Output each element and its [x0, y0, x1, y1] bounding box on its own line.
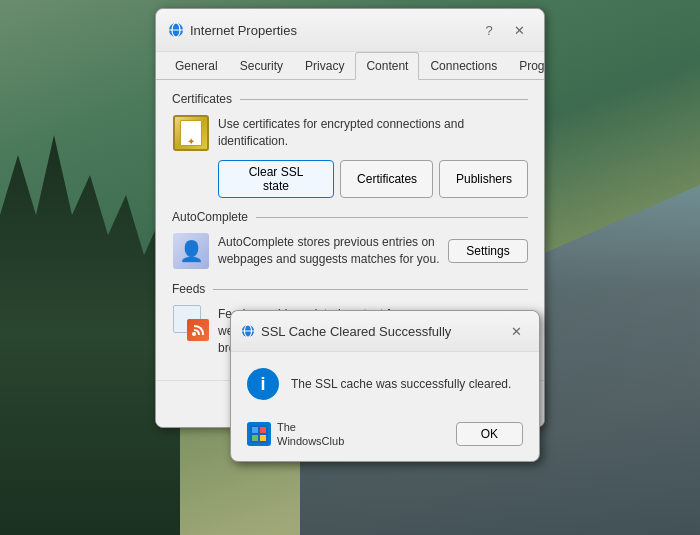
- dialog-titlebar: Internet Properties ? ✕: [156, 9, 544, 52]
- feeds-icon-visual: [173, 305, 209, 341]
- ssl-dialog-title: SSL Cache Cleared Successfully: [261, 324, 451, 339]
- ssl-footer: TheWindowsClub OK: [231, 412, 539, 461]
- internet-explorer-icon: [168, 22, 184, 38]
- svg-rect-11: [260, 435, 266, 441]
- svg-rect-10: [252, 435, 258, 441]
- clear-ssl-button[interactable]: Clear SSL state: [218, 160, 334, 198]
- tab-content[interactable]: Content: [355, 52, 419, 80]
- svg-point-3: [192, 332, 196, 336]
- tab-privacy[interactable]: Privacy: [294, 52, 355, 80]
- certificates-button[interactable]: Certificates: [340, 160, 433, 198]
- certificates-body: Use certificates for encrypted connectio…: [172, 114, 528, 152]
- ssl-dialog-icon: [241, 324, 255, 338]
- feeds-title: Feeds: [172, 282, 205, 296]
- feeds-divider: [213, 289, 528, 290]
- tab-connections[interactable]: Connections: [419, 52, 508, 80]
- feeds-header: Feeds: [172, 282, 528, 296]
- feeds-icon: [172, 304, 210, 342]
- autocomplete-settings-button[interactable]: Settings: [448, 239, 528, 263]
- ssl-content: i The SSL cache was successfully cleared…: [231, 352, 539, 412]
- ssl-titlebar-left: SSL Cache Cleared Successfully: [241, 324, 451, 339]
- autocomplete-icon-visual: 👤: [173, 233, 209, 269]
- titlebar-left: Internet Properties: [168, 22, 297, 38]
- autocomplete-header: AutoComplete: [172, 210, 528, 224]
- autocomplete-settings-container: Settings: [448, 239, 528, 263]
- certificates-title: Certificates: [172, 92, 232, 106]
- ssl-footer-left: TheWindowsClub: [247, 420, 344, 449]
- help-button[interactable]: ?: [476, 17, 502, 43]
- info-icon: i: [247, 368, 279, 400]
- ssl-cache-dialog: SSL Cache Cleared Successfully ✕ i The S…: [230, 310, 540, 462]
- ssl-close-button[interactable]: ✕: [503, 318, 529, 344]
- windowsclub-logo-icon: [250, 425, 268, 443]
- trees-background: [0, 135, 180, 535]
- autocomplete-left: 👤 AutoComplete stores previous entries o…: [172, 232, 440, 270]
- feeds-rss-icon: [187, 319, 209, 341]
- ssl-message: The SSL cache was successfully cleared.: [291, 377, 511, 391]
- publishers-button[interactable]: Publishers: [439, 160, 528, 198]
- cert-icon-visual: [173, 115, 209, 151]
- autocomplete-description: AutoComplete stores previous entries on …: [218, 232, 440, 268]
- svg-rect-9: [260, 427, 266, 433]
- autocomplete-body: 👤 AutoComplete stores previous entries o…: [172, 232, 528, 270]
- tabs-bar: General Security Privacy Content Connect…: [156, 52, 544, 80]
- certificates-divider: [240, 99, 528, 100]
- autocomplete-icon: 👤: [172, 232, 210, 270]
- certificates-header: Certificates: [172, 92, 528, 106]
- tab-general[interactable]: General: [164, 52, 229, 80]
- svg-rect-8: [252, 427, 258, 433]
- autocomplete-title: AutoComplete: [172, 210, 248, 224]
- tab-programs[interactable]: Programs: [508, 52, 545, 80]
- tab-security[interactable]: Security: [229, 52, 294, 80]
- autocomplete-divider: [256, 217, 528, 218]
- autocomplete-section: AutoComplete 👤 AutoComplete stores previ…: [172, 210, 528, 270]
- ssl-ok-button[interactable]: OK: [456, 422, 523, 446]
- windowsclub-text: TheWindowsClub: [277, 420, 344, 449]
- dialog-title: Internet Properties: [190, 23, 297, 38]
- certificates-section: Certificates Use certificates for encryp…: [172, 92, 528, 198]
- certificate-icon: [172, 114, 210, 152]
- windowsclub-logo: [247, 422, 271, 446]
- titlebar-buttons: ? ✕: [476, 17, 532, 43]
- certificates-buttons: Clear SSL state Certificates Publishers: [218, 160, 528, 198]
- ssl-titlebar: SSL Cache Cleared Successfully ✕: [231, 311, 539, 352]
- autocomplete-person-icon: 👤: [179, 239, 204, 263]
- certificates-description: Use certificates for encrypted connectio…: [218, 114, 528, 150]
- close-button[interactable]: ✕: [506, 17, 532, 43]
